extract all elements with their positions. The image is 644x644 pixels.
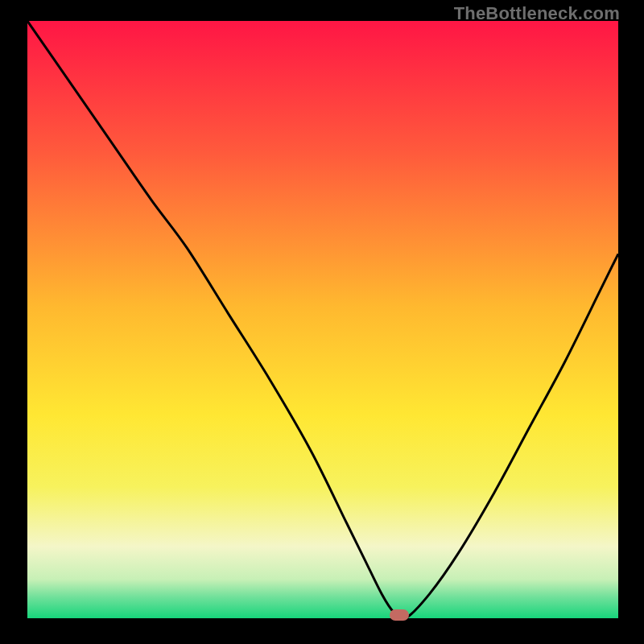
svg-rect-0 — [27, 21, 618, 618]
plot-area — [27, 21, 618, 618]
background-gradient — [27, 21, 618, 618]
chart-frame: TheBottleneck.com — [0, 0, 644, 644]
optimal-point-marker — [390, 609, 409, 621]
